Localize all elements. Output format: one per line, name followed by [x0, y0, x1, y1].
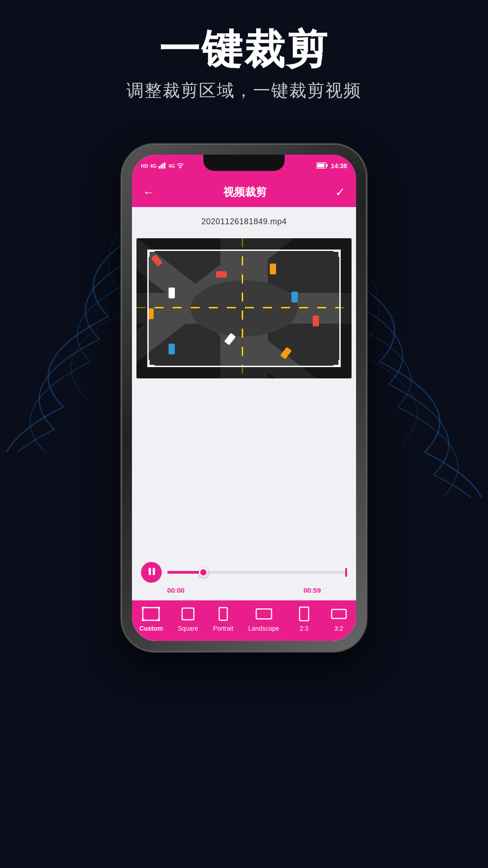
filename-text: 20201126181849.mp4: [201, 217, 286, 226]
wifi-icon: [177, 163, 184, 169]
crop-corner-br: [333, 360, 341, 367]
battery-icon: [316, 162, 328, 170]
toolbar-label-square: Square: [178, 625, 198, 632]
back-button[interactable]: ←: [143, 185, 155, 199]
toolbar-label-ratio23: 2:3: [300, 625, 308, 632]
hero-subtitle: 调整裁剪区域，一键裁剪视频: [0, 79, 488, 102]
ratio23-icon: [294, 606, 314, 622]
svg-rect-23: [332, 609, 346, 618]
svg-rect-20: [219, 608, 227, 620]
signal-bars: [159, 162, 167, 170]
toolbar-label-portrait: Portrait: [213, 625, 233, 632]
portrait-icon: [213, 606, 233, 622]
phone-mockup: HD 4G 4G: [122, 145, 366, 651]
status-left: HD 4G 4G: [141, 162, 184, 170]
phone-notch: [203, 155, 285, 171]
timeline-progress: [167, 571, 203, 574]
crop-overlay: [136, 238, 352, 378]
landscape-icon: [254, 606, 274, 622]
svg-rect-21: [256, 609, 272, 619]
crop-corner-bl: [147, 360, 155, 367]
crop-border: [147, 250, 341, 367]
ratio32-icon: [329, 606, 349, 622]
timeline-track[interactable]: [167, 571, 347, 574]
svg-rect-8: [149, 568, 151, 575]
time-labels: 00:00 00:59: [141, 586, 347, 594]
svg-rect-7: [317, 164, 324, 167]
phone-screen: HD 4G 4G: [132, 155, 356, 641]
timeline-area: 00:00 00:59: [132, 553, 356, 600]
timeline-end-marker: [345, 568, 347, 577]
crop-darken-top: [136, 238, 352, 250]
screen-content: 20201126181849.mp4: [132, 207, 356, 641]
toolbar-label-landscape: Landscape: [248, 625, 279, 632]
custom-icon: [141, 606, 161, 622]
timeline-row: [141, 562, 347, 583]
hero-title: 一键裁剪: [0, 27, 488, 72]
svg-rect-22: [300, 607, 309, 621]
signal-4g-1: 4G: [150, 163, 157, 169]
filename-area: 20201126181849.mp4: [132, 207, 356, 234]
toolbar-label-custom: Custom: [139, 625, 163, 632]
svg-rect-9: [153, 568, 155, 575]
blank-area: [132, 383, 356, 553]
signal-4g-2: 4G: [169, 163, 175, 169]
pause-icon: [147, 567, 156, 578]
svg-rect-2: [162, 163, 164, 169]
play-pause-button[interactable]: [141, 562, 162, 583]
toolbar-item-square[interactable]: Square: [178, 606, 198, 632]
toolbar-item-landscape[interactable]: Landscape: [248, 606, 279, 632]
hero-section: 一键裁剪 调整裁剪区域，一键裁剪视频: [0, 27, 488, 102]
crop-darken-bottom: [136, 367, 352, 378]
svg-rect-10: [143, 608, 159, 620]
status-right: 14:38: [316, 162, 347, 170]
crop-darken-left: [136, 250, 147, 367]
svg-rect-0: [159, 166, 160, 169]
svg-rect-3: [164, 162, 165, 169]
crop-corner-tl: [147, 250, 155, 257]
crop-corner-tr: [333, 250, 341, 257]
toolbar-item-portrait[interactable]: Portrait: [213, 606, 233, 632]
timeline-thumb[interactable]: [199, 568, 208, 577]
time-start: 00:00: [167, 586, 184, 594]
toolbar-items: Custom Square: [132, 606, 356, 632]
crop-darken-right: [341, 250, 352, 367]
svg-rect-19: [182, 608, 194, 620]
bg-dots-bl: [14, 723, 86, 823]
app-title: 视频裁剪: [223, 185, 267, 199]
toolbar-label-ratio32: 3:2: [334, 625, 343, 632]
svg-point-4: [180, 168, 181, 168]
toolbar-item-ratio32[interactable]: 3:2: [329, 606, 349, 632]
confirm-button[interactable]: ✓: [335, 185, 345, 199]
bottom-toolbar: Custom Square: [132, 600, 356, 641]
video-preview-area: [132, 234, 356, 383]
video-preview: [136, 238, 352, 378]
square-icon: [178, 606, 198, 622]
toolbar-item-ratio23[interactable]: 2:3: [294, 606, 314, 632]
phone-shell: HD 4G 4G: [122, 145, 366, 651]
hd-badge: HD: [141, 163, 148, 169]
svg-rect-1: [160, 165, 162, 169]
svg-rect-6: [326, 164, 328, 167]
app-bar: ← 视频裁剪 ✓: [132, 177, 356, 207]
toolbar-item-custom[interactable]: Custom: [139, 606, 163, 632]
status-time: 14:38: [331, 162, 347, 170]
time-end: 00:59: [304, 586, 321, 594]
